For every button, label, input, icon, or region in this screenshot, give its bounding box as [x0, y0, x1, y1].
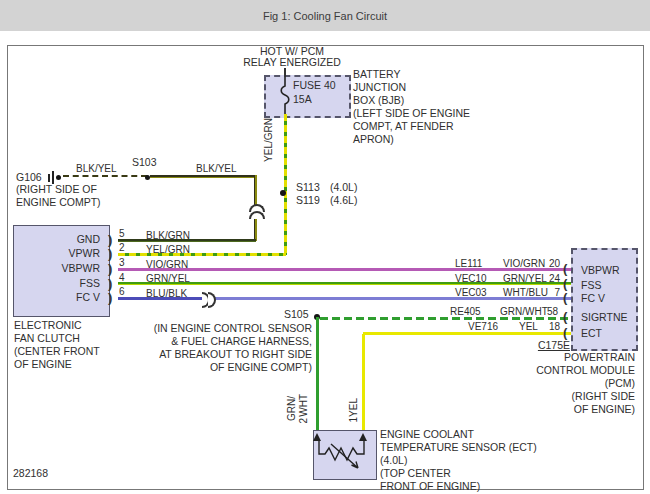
connector-arc-icon: ): [108, 277, 112, 290]
ect-pin2-number: 2: [298, 418, 309, 424]
yel-grn-vertical-wire: [284, 114, 287, 255]
ect-pin1-wire-label: YEL: [348, 398, 359, 417]
pcm-desc-line: OF ENGINE): [439, 403, 635, 416]
ect-description: ENGINE COOLANT TEMPERATURE SENSOR (ECT) …: [380, 428, 537, 493]
fan-clutch-pin-vpwr: VPWR: [15, 247, 100, 259]
splice-s103-id: S103: [132, 156, 157, 168]
circuit-id: VE716: [468, 321, 498, 333]
splice-s119-note: (4.6L): [330, 194, 357, 206]
wire-label: BLU/BLK: [146, 288, 187, 300]
ground-icon: [48, 174, 50, 182]
blk-yel-dashed-wire: [63, 175, 147, 177]
pin-number: 58: [544, 306, 558, 318]
circuit-id: VEC10: [455, 273, 487, 285]
hot-label-line2: RELAY ENERGIZED: [222, 56, 362, 68]
pcm-desc-line: (RIGHT SIDE: [439, 390, 635, 403]
fuse-icon: [277, 75, 293, 115]
pcm-pin-vbpwr: VBPWR: [581, 264, 620, 276]
bjb-desc-line: BOX (BJB): [353, 94, 470, 107]
wire-grn-wht-vertical: [316, 317, 319, 430]
pcm-desc-line: (PCM): [439, 377, 635, 390]
wire-yel-vertical: [362, 334, 365, 430]
fan-clutch-description: ELECTRONIC FAN CLUTCH (CENTER FRONT OF E…: [14, 319, 100, 371]
bjb-desc-line: COMPT, AT FENDER: [353, 120, 470, 133]
bjb-description: BATTERY JUNCTION BOX (BJB) (LEFT SIDE OF…: [353, 68, 470, 146]
bjb-desc-line: (LEFT SIDE OF ENGINE: [353, 107, 470, 120]
splice-s113-id: S113: [296, 181, 320, 193]
ground-desc-line: ENGINE COMPT): [16, 196, 101, 209]
ect-desc-line: FRONT OF ENGINE): [380, 480, 537, 493]
fan-clutch-desc-line: (CENTER FRONT: [14, 345, 100, 358]
pin-number: 20: [546, 258, 560, 270]
blk-yel-solid-wire: [150, 175, 256, 178]
wire-label: WHT/BLU: [503, 287, 548, 299]
circuit-id: RE405: [450, 306, 481, 318]
fuse-rating: 15A: [293, 93, 312, 105]
wire-label: YEL/GRN: [146, 244, 190, 256]
wire-yel-grn: [118, 253, 286, 256]
wire-label: BLK/GRN: [146, 230, 190, 242]
s105-description: (IN ENGINE CONTROL SENSOR & FUEL CHARGE …: [138, 322, 312, 374]
circuit-id: VEC03: [455, 287, 487, 299]
wiring-diagram-page: Fig 1: Cooling Fan Circuit HOT W/ PCM RE…: [0, 0, 650, 494]
fan-clutch-desc-line: FAN CLUTCH: [14, 332, 100, 345]
fuse-output-wire-label: YEL/GRN: [263, 118, 274, 162]
connector-arc-icon: (: [563, 310, 567, 323]
ect-pin2-wire-label-2: WHT: [298, 394, 309, 417]
figure-title: Fig 1: Cooling Fan Circuit: [263, 10, 387, 22]
ground-description: (RIGHT SIDE OF ENGINE COMPT): [16, 183, 101, 209]
ground-id: G106: [16, 171, 42, 183]
connector-arc-icon: (: [563, 277, 567, 290]
fan-clutch-pin-fcv: FC V: [15, 291, 100, 303]
s105-desc-line: & FUEL CHARGE HARNESS,: [138, 335, 312, 348]
pcm-connector-id: C175E: [528, 339, 570, 351]
wire-label: GRN/WHT: [500, 306, 548, 318]
wire-label: VIO/GRN: [503, 258, 545, 270]
connector-arc-icon: (: [563, 262, 567, 275]
s105-desc-line: AT BREAKOUT TO RIGHT SIDE: [138, 348, 312, 361]
fan-clutch-pin-gnd: GND: [15, 233, 100, 245]
pin-number: 18: [546, 321, 560, 333]
wire-label: VIO/GRN: [146, 259, 188, 271]
connector-arc-icon: (: [563, 326, 567, 339]
ect-desc-line: (TOP CENTER: [380, 467, 537, 480]
pcm-pin-fss: FSS: [581, 279, 601, 291]
ect-desc-line: TEMPERATURE SENSOR (ECT): [380, 441, 537, 454]
ground-splice-dot: [56, 175, 61, 180]
connector-arc-icon: ): [108, 291, 112, 304]
pcm-desc-line: POWERTRAIN: [439, 351, 635, 364]
circuit-id: LE111: [455, 258, 482, 270]
ect-desc-line: (4.0L): [380, 454, 537, 467]
bjb-desc-line: JUNCTION: [353, 81, 470, 94]
connector-arc-icon: ): [108, 233, 112, 246]
connector-arrow-icon: [359, 433, 367, 441]
connector-arrow-icon: [313, 433, 321, 441]
wire-label-blk-yel-1: BLK/YEL: [76, 163, 117, 175]
thermistor-icon: [315, 441, 373, 475]
fan-clutch-desc-line: ELECTRONIC: [14, 319, 100, 332]
pin-number: 24: [546, 273, 560, 285]
s105-desc-line: OF ENGINE COMPT): [138, 361, 312, 374]
splice-s113-dot: [280, 190, 286, 196]
document-id: 282168: [13, 467, 48, 479]
wire-label: GRN/YEL: [503, 273, 547, 285]
connector-arc-icon: (: [563, 291, 567, 304]
fan-clutch-desc-line: OF ENGINE: [14, 358, 100, 371]
fan-clutch-pin-fss: FSS: [15, 277, 100, 289]
figure-title-bar: Fig 1: Cooling Fan Circuit: [0, 0, 650, 31]
wire-label: GRN/YEL: [146, 273, 190, 285]
bjb-desc-line: APRON): [353, 133, 470, 146]
connector-arc-icon: ): [108, 262, 112, 275]
s105-desc-line: (IN ENGINE CONTROL SENSOR: [138, 322, 312, 335]
wire-label: YEL: [519, 321, 538, 333]
fan-clutch-pin-vbpwr: VBPWR: [15, 262, 100, 274]
ground-desc-line: (RIGHT SIDE OF: [16, 183, 101, 196]
bjb-desc-line: BATTERY: [353, 68, 470, 81]
ect-desc-line: ENGINE COOLANT: [380, 428, 537, 441]
splice-s113-note: (4.0L): [330, 181, 357, 193]
ect-pin1-number: 1: [348, 417, 359, 423]
ect-pin2-wire-label-1: GRN/: [286, 396, 297, 421]
connector-arc-icon: ): [108, 247, 112, 260]
pcm-description: POWERTRAIN CONTROL MODULE (PCM) (RIGHT S…: [439, 351, 635, 416]
pcm-pin-sigrtne: SIGRTNE: [581, 311, 627, 323]
